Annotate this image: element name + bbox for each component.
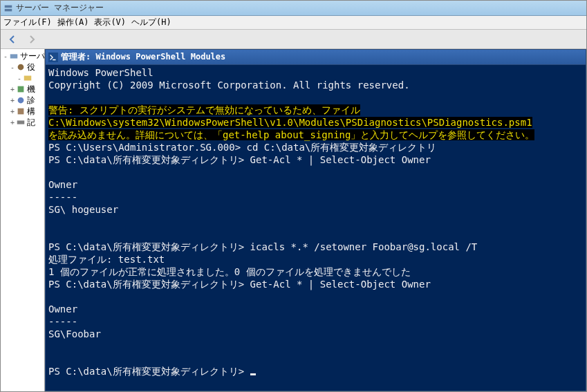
expand-icon[interactable]: +: [9, 108, 16, 115]
collapse-icon[interactable]: -: [16, 75, 23, 82]
outer-titlebar[interactable]: サーバー マネージャー: [1, 1, 586, 16]
console-line: PS C:\data\所有権変更対象ディレクトリ> icacls *.* /se…: [48, 241, 583, 253]
console-line: [48, 340, 583, 353]
roles-icon: [16, 62, 26, 72]
toolbar: [1, 30, 586, 49]
menu-file[interactable]: ファイル(F): [3, 17, 52, 28]
console-line: [48, 290, 583, 303]
svg-rect-0: [5, 5, 12, 8]
console-line: を読み込めません。詳細については、「get-help about_signing…: [48, 129, 583, 141]
console-line: SG\Foobar: [48, 328, 583, 340]
svg-rect-7: [18, 109, 24, 115]
tree-item-roles[interactable]: - 役: [1, 62, 44, 73]
back-button[interactable]: [5, 32, 20, 47]
powershell-window: 管理者: Windows PowerShell Modules Windows …: [45, 49, 586, 391]
console-line: Copyright (C) 2009 Microsoft Corporation…: [48, 79, 583, 91]
features-icon: [16, 84, 26, 94]
tree-item-diagnostics[interactable]: + 診: [1, 95, 44, 106]
svg-point-3: [18, 64, 24, 71]
server-manager-window: サーバー マネージャー ファイル(F) 操作(A) 表示(V) ヘルプ(H) -…: [0, 0, 587, 392]
powershell-title: 管理者: Windows PowerShell Modules: [61, 51, 225, 63]
console-line: Owner: [48, 178, 583, 191]
svg-rect-8: [17, 120, 25, 124]
svg-rect-4: [24, 76, 32, 81]
console-line: PS C:\data\所有権変更対象ディレクトリ>: [48, 365, 583, 377]
console-line: Windows PowerShell: [48, 66, 583, 79]
console-line: [48, 353, 583, 365]
powershell-titlebar[interactable]: 管理者: Windows PowerShell Modules: [45, 49, 586, 64]
console-line: PS C:\data\所有権変更対象ディレクトリ> Get-Acl * | Se…: [48, 153, 583, 166]
console-line: [48, 216, 583, 228]
console-line: PS C:\data\所有権変更対象ディレクトリ> Get-Acl * | Se…: [48, 278, 583, 290]
console-line: [48, 91, 583, 104]
main-area: - サーバ - 役 - + 機 + 診: [1, 49, 586, 391]
folder-icon: [23, 73, 32, 83]
tree-item-server[interactable]: - サーバ: [1, 50, 44, 62]
tree-item-features[interactable]: + 機: [1, 84, 44, 95]
console-line: -----: [48, 191, 583, 203]
server-icon: [3, 3, 13, 13]
forward-button[interactable]: [24, 32, 39, 47]
console-line: PS C:\Users\Administrator.SG.000> cd C:\…: [48, 141, 583, 153]
config-icon: [16, 106, 26, 116]
tree-item-sub[interactable]: -: [1, 73, 44, 84]
console-line: Owner: [48, 303, 583, 315]
tree-item-config[interactable]: + 構: [1, 106, 44, 117]
console-line: C:\Windows\system32\WindowsPowerShell\v1…: [48, 116, 583, 129]
console-line: 警告: スクリプトの実行がシステムで無効になっているため、ファイル: [48, 104, 583, 116]
collapse-icon[interactable]: -: [2, 53, 9, 60]
cursor: [250, 373, 256, 375]
menu-help[interactable]: ヘルプ(H): [131, 17, 171, 28]
powershell-console[interactable]: Windows PowerShellCopyright (C) 2009 Mic…: [45, 64, 586, 391]
tree-label: 構: [27, 106, 35, 118]
powershell-icon: [48, 53, 58, 62]
expand-icon[interactable]: +: [9, 97, 16, 104]
tree-label: サーバ: [20, 50, 44, 62]
outer-title: サーバー マネージャー: [16, 2, 104, 14]
svg-rect-2: [10, 54, 18, 58]
menu-view[interactable]: 表示(V): [94, 17, 126, 28]
menubar: ファイル(F) 操作(A) 表示(V) ヘルプ(H): [1, 16, 586, 30]
collapse-icon[interactable]: -: [9, 64, 16, 71]
tree-label: 診: [27, 95, 35, 106]
console-line: [48, 228, 583, 241]
svg-rect-5: [18, 86, 24, 93]
svg-rect-1: [5, 8, 12, 11]
console-line: 処理ファイル: test.txt: [48, 253, 583, 265]
storage-icon: [16, 118, 26, 127]
console-line: SG\ hogeuser: [48, 203, 583, 216]
svg-point-6: [18, 97, 24, 104]
tree-label: 記: [27, 117, 35, 129]
console-line: 1 個のファイルが正常に処理されました。0 個のファイルを処理できませんでした: [48, 265, 583, 278]
console-line: [48, 166, 583, 178]
tree-label: 機: [27, 84, 35, 95]
expand-icon[interactable]: +: [9, 119, 16, 127]
tree-label: 役: [27, 62, 35, 73]
tree-item-storage[interactable]: + 記: [1, 117, 44, 128]
console-line: -----: [48, 315, 583, 328]
tree-panel: - サーバ - 役 - + 機 + 診: [1, 49, 45, 391]
expand-icon[interactable]: +: [9, 86, 16, 93]
menu-action[interactable]: 操作(A): [57, 17, 89, 28]
server-icon: [9, 51, 19, 61]
diagnostics-icon: [16, 95, 26, 105]
